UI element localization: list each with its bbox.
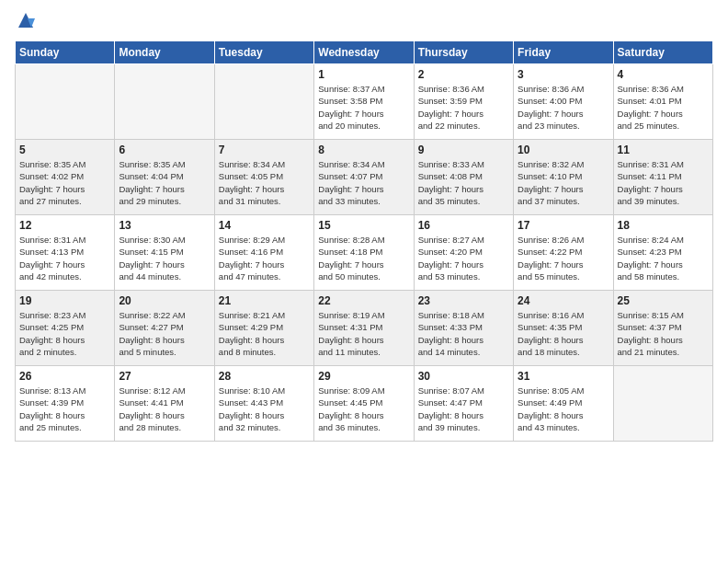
- day-number: 26: [19, 370, 110, 383]
- table-row: [613, 366, 712, 442]
- table-row: [115, 64, 214, 140]
- day-info: Sunrise: 8:35 AM Sunset: 4:04 PM Dayligh…: [119, 158, 210, 207]
- calendar-week-row: 26Sunrise: 8:13 AM Sunset: 4:39 PM Dayli…: [16, 366, 713, 442]
- day-number: 3: [518, 68, 609, 81]
- day-info: Sunrise: 8:27 AM Sunset: 4:20 PM Dayligh…: [418, 234, 509, 282]
- table-row: [16, 64, 115, 140]
- day-number: 22: [318, 294, 409, 307]
- day-number: 23: [418, 294, 509, 307]
- day-info: Sunrise: 8:09 AM Sunset: 4:45 PM Dayligh…: [318, 385, 409, 433]
- day-info: Sunrise: 8:15 AM Sunset: 4:37 PM Dayligh…: [618, 309, 709, 358]
- day-info: Sunrise: 8:21 AM Sunset: 4:29 PM Dayligh…: [219, 309, 310, 358]
- day-number: 1: [318, 68, 409, 81]
- day-info: Sunrise: 8:24 AM Sunset: 4:23 PM Dayligh…: [618, 234, 709, 282]
- table-row: 25Sunrise: 8:15 AM Sunset: 4:37 PM Dayli…: [613, 291, 712, 366]
- day-info: Sunrise: 8:22 AM Sunset: 4:27 PM Dayligh…: [119, 309, 210, 358]
- day-number: 12: [19, 219, 110, 232]
- table-row: 11Sunrise: 8:31 AM Sunset: 4:11 PM Dayli…: [613, 140, 712, 215]
- day-info: Sunrise: 8:29 AM Sunset: 4:16 PM Dayligh…: [219, 234, 310, 282]
- table-row: 31Sunrise: 8:05 AM Sunset: 4:49 PM Dayli…: [514, 366, 613, 442]
- table-row: 26Sunrise: 8:13 AM Sunset: 4:39 PM Dayli…: [16, 366, 115, 442]
- col-tuesday: Tuesday: [214, 41, 313, 64]
- calendar-week-row: 1Sunrise: 8:37 AM Sunset: 3:58 PM Daylig…: [16, 64, 713, 140]
- col-wednesday: Wednesday: [314, 41, 414, 64]
- col-thursday: Thursday: [414, 41, 513, 64]
- day-info: Sunrise: 8:33 AM Sunset: 4:08 PM Dayligh…: [418, 158, 509, 207]
- day-number: 13: [119, 219, 210, 232]
- day-info: Sunrise: 8:36 AM Sunset: 3:59 PM Dayligh…: [418, 83, 509, 132]
- day-info: Sunrise: 8:10 AM Sunset: 4:43 PM Dayligh…: [219, 385, 310, 433]
- day-number: 14: [219, 219, 310, 232]
- table-row: 12Sunrise: 8:31 AM Sunset: 4:13 PM Dayli…: [16, 215, 115, 291]
- day-info: Sunrise: 8:26 AM Sunset: 4:22 PM Dayligh…: [518, 234, 609, 282]
- calendar-header-row: Sunday Monday Tuesday Wednesday Thursday…: [16, 41, 713, 64]
- day-info: Sunrise: 8:19 AM Sunset: 4:31 PM Dayligh…: [318, 309, 409, 358]
- day-number: 10: [518, 144, 609, 156]
- day-info: Sunrise: 8:16 AM Sunset: 4:35 PM Dayligh…: [518, 309, 609, 358]
- day-info: Sunrise: 8:05 AM Sunset: 4:49 PM Dayligh…: [518, 385, 609, 433]
- table-row: 19Sunrise: 8:23 AM Sunset: 4:25 PM Dayli…: [16, 291, 115, 366]
- table-row: 22Sunrise: 8:19 AM Sunset: 4:31 PM Dayli…: [314, 291, 414, 366]
- day-info: Sunrise: 8:35 AM Sunset: 4:02 PM Dayligh…: [19, 158, 110, 207]
- day-number: 11: [618, 144, 709, 156]
- table-row: 2Sunrise: 8:36 AM Sunset: 3:59 PM Daylig…: [414, 64, 513, 140]
- table-row: 23Sunrise: 8:18 AM Sunset: 4:33 PM Dayli…: [414, 291, 513, 366]
- day-number: 29: [318, 370, 409, 383]
- table-row: 17Sunrise: 8:26 AM Sunset: 4:22 PM Dayli…: [514, 215, 613, 291]
- day-number: 21: [219, 294, 310, 307]
- table-row: 9Sunrise: 8:33 AM Sunset: 4:08 PM Daylig…: [414, 140, 513, 215]
- day-info: Sunrise: 8:34 AM Sunset: 4:05 PM Dayligh…: [219, 158, 310, 207]
- calendar: Sunday Monday Tuesday Wednesday Thursday…: [15, 40, 713, 442]
- table-row: 28Sunrise: 8:10 AM Sunset: 4:43 PM Dayli…: [214, 366, 313, 442]
- table-row: [214, 64, 313, 140]
- day-number: 17: [518, 219, 609, 232]
- day-info: Sunrise: 8:13 AM Sunset: 4:39 PM Dayligh…: [19, 385, 110, 433]
- day-number: 28: [219, 370, 310, 383]
- table-row: 8Sunrise: 8:34 AM Sunset: 4:07 PM Daylig…: [314, 140, 414, 215]
- table-row: 10Sunrise: 8:32 AM Sunset: 4:10 PM Dayli…: [514, 140, 613, 215]
- logo: [15, 11, 40, 33]
- page: Sunday Monday Tuesday Wednesday Thursday…: [0, 0, 728, 563]
- table-row: 24Sunrise: 8:16 AM Sunset: 4:35 PM Dayli…: [514, 291, 613, 366]
- logo-icon: [15, 11, 37, 33]
- table-row: 15Sunrise: 8:28 AM Sunset: 4:18 PM Dayli…: [314, 215, 414, 291]
- col-saturday: Saturday: [613, 41, 712, 64]
- day-number: 8: [318, 144, 409, 156]
- day-number: 15: [318, 219, 409, 232]
- day-info: Sunrise: 8:12 AM Sunset: 4:41 PM Dayligh…: [119, 385, 210, 433]
- day-info: Sunrise: 8:31 AM Sunset: 4:11 PM Dayligh…: [618, 158, 709, 207]
- day-info: Sunrise: 8:28 AM Sunset: 4:18 PM Dayligh…: [318, 234, 409, 282]
- table-row: 6Sunrise: 8:35 AM Sunset: 4:04 PM Daylig…: [115, 140, 214, 215]
- day-number: 27: [119, 370, 210, 383]
- day-number: 5: [19, 144, 110, 156]
- table-row: 1Sunrise: 8:37 AM Sunset: 3:58 PM Daylig…: [314, 64, 414, 140]
- col-monday: Monday: [115, 41, 214, 64]
- day-info: Sunrise: 8:07 AM Sunset: 4:47 PM Dayligh…: [418, 385, 509, 433]
- day-info: Sunrise: 8:34 AM Sunset: 4:07 PM Dayligh…: [318, 158, 409, 207]
- day-info: Sunrise: 8:23 AM Sunset: 4:25 PM Dayligh…: [19, 309, 110, 358]
- table-row: 16Sunrise: 8:27 AM Sunset: 4:20 PM Dayli…: [414, 215, 513, 291]
- table-row: 30Sunrise: 8:07 AM Sunset: 4:47 PM Dayli…: [414, 366, 513, 442]
- day-info: Sunrise: 8:37 AM Sunset: 3:58 PM Dayligh…: [318, 83, 409, 132]
- table-row: 14Sunrise: 8:29 AM Sunset: 4:16 PM Dayli…: [214, 215, 313, 291]
- day-number: 25: [618, 294, 709, 307]
- day-number: 2: [418, 68, 509, 81]
- day-number: 16: [418, 219, 509, 232]
- calendar-week-row: 19Sunrise: 8:23 AM Sunset: 4:25 PM Dayli…: [16, 291, 713, 366]
- col-friday: Friday: [514, 41, 613, 64]
- day-number: 31: [518, 370, 609, 383]
- day-number: 18: [618, 219, 709, 232]
- table-row: 7Sunrise: 8:34 AM Sunset: 4:05 PM Daylig…: [214, 140, 313, 215]
- calendar-week-row: 5Sunrise: 8:35 AM Sunset: 4:02 PM Daylig…: [16, 140, 713, 215]
- day-number: 7: [219, 144, 310, 156]
- table-row: 3Sunrise: 8:36 AM Sunset: 4:00 PM Daylig…: [514, 64, 613, 140]
- day-info: Sunrise: 8:30 AM Sunset: 4:15 PM Dayligh…: [119, 234, 210, 282]
- day-number: 30: [418, 370, 509, 383]
- day-info: Sunrise: 8:36 AM Sunset: 4:00 PM Dayligh…: [518, 83, 609, 132]
- table-row: 21Sunrise: 8:21 AM Sunset: 4:29 PM Dayli…: [214, 291, 313, 366]
- col-sunday: Sunday: [16, 41, 115, 64]
- day-info: Sunrise: 8:36 AM Sunset: 4:01 PM Dayligh…: [618, 83, 709, 132]
- day-number: 20: [119, 294, 210, 307]
- table-row: 18Sunrise: 8:24 AM Sunset: 4:23 PM Dayli…: [613, 215, 712, 291]
- day-number: 9: [418, 144, 509, 156]
